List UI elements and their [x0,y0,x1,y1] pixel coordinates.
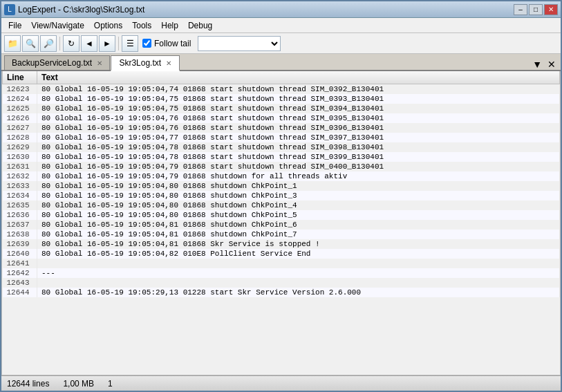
follow-tail-checkbox[interactable] [142,39,151,48]
tab-menu-button[interactable]: ▼ [530,59,544,70]
table-row: 1262580 Global 16-05-19 19:05:04,75 0186… [3,104,560,113]
cell-text [37,259,560,268]
cell-line: 12626 [3,113,37,123]
table-row: 1264080 Global 16-05-19 19:05:04,82 010E… [3,249,560,259]
menu-bar: File View/Navigate Options Tools Help De… [1,18,561,33]
filter-dropdown[interactable] [198,36,281,51]
table-row: 1263480 Global 16-05-19 19:05:04,80 0186… [3,191,560,200]
table-row: 1262780 Global 16-05-19 19:05:04,76 0186… [3,123,560,133]
table-row: 1263880 Global 16-05-19 19:05:04,81 0186… [3,230,560,239]
table-row: 1263280 Global 16-05-19 19:05:04,79 0186… [3,171,560,181]
tab-controls: ▼ ✕ [530,59,558,70]
cell-text: 80 Global 16-05-19 19:05:04,74 01868 sta… [37,84,560,95]
tab-backup-service[interactable]: BackupServiceLog.txt ✕ [4,55,110,70]
cell-line: 12632 [3,171,37,181]
bookmark-button[interactable]: ☰ [122,35,138,52]
col-header-line: Line [3,71,37,84]
menu-tools[interactable]: Tools [128,19,156,32]
cell-line: 12643 [3,278,37,288]
table-row: 1262480 Global 16-05-19 19:05:04,75 0186… [3,94,560,104]
window-title: LogExpert - C:\skr3log\Skr3Log.txt [18,5,144,15]
refresh-button[interactable]: ↻ [63,35,79,52]
cell-line: 12627 [3,123,37,133]
cell-text: 80 Global 16-05-19 19:05:04,76 01868 sta… [37,113,560,123]
cell-text: 80 Global 16-05-19 19:05:04,78 01868 sta… [37,142,560,152]
table-row: 1263680 Global 16-05-19 19:05:04,80 0186… [3,210,560,220]
table-row: 1263980 Global 16-05-19 19:05:04,81 0186… [3,239,560,249]
toolbar-separator-2 [118,37,119,50]
log-table-container[interactable]: Line Text 1262380 Global 16-05-19 19:05:… [1,71,561,375]
cell-line: 12623 [3,84,37,95]
table-row: 1262380 Global 16-05-19 19:05:04,74 0186… [3,84,560,95]
cell-line: 12637 [3,220,37,230]
table-row: 1262880 Global 16-05-19 19:05:04,77 0186… [3,133,560,142]
table-row: 12642--- [3,268,560,278]
tab-bar: BackupServiceLog.txt ✕ Skr3Log.txt ✕ ▼ ✕ [1,54,561,71]
col-header-text: Text [37,71,560,84]
table-row: 12641 [3,259,560,268]
cell-text: 80 Global 16-05-19 19:05:04,80 01868 shu… [37,200,560,210]
status-size: 1,00 MB [63,379,94,389]
cell-text [37,278,560,288]
table-row: 1263180 Global 16-05-19 19:05:04,79 0186… [3,162,560,171]
cell-text: 80 Global 16-05-19 19:05:04,81 01868 Skr… [37,239,560,249]
menu-options[interactable]: Options [90,19,127,32]
tabs-container: BackupServiceLog.txt ✕ Skr3Log.txt ✕ [4,55,180,70]
cell-line: 12641 [3,259,37,268]
tab-close-backup[interactable]: ✕ [97,59,102,67]
search-button[interactable]: 🔍 [22,35,39,52]
table-row: 1262980 Global 16-05-19 19:05:04,78 0186… [3,142,560,152]
cell-text: 80 Global 16-05-19 19:05:04,80 01868 shu… [37,210,560,220]
cell-line: 12624 [3,94,37,104]
search2-button[interactable]: 🔎 [40,35,57,52]
cell-line: 12644 [3,288,37,297]
cell-text: 80 Global 16-05-19 19:05:04,80 01868 shu… [37,181,560,191]
forward-button[interactable]: ► [99,35,115,52]
tab-label-skr3: Skr3Log.txt [119,58,161,68]
cell-line: 12631 [3,162,37,171]
status-bar: 12644 lines 1,00 MB 1 [1,375,561,391]
cell-text: 80 Global 16-05-19 19:05:04,82 010E8 Pol… [37,249,560,259]
menu-debug[interactable]: Debug [184,19,216,32]
status-page: 1 [108,379,113,389]
status-lines: 12644 lines [7,379,49,389]
follow-tail-label[interactable]: Follow tail [154,39,191,48]
follow-tail-container: Follow tail [142,39,191,48]
toolbar-separator-1 [59,37,60,50]
cell-text: 80 Global 16-05-19 19:05:04,77 01868 sta… [37,133,560,142]
title-bar: L LogExpert - C:\skr3log\Skr3Log.txt – □… [1,1,561,18]
minimize-button[interactable]: – [514,4,527,15]
cell-line: 12635 [3,200,37,210]
cell-line: 12634 [3,191,37,200]
cell-text: 80 Global 16-05-19 19:05:04,76 01868 sta… [37,123,560,133]
log-table-body: 1262380 Global 16-05-19 19:05:04,74 0186… [3,84,560,298]
cell-text: 80 Global 16-05-19 19:05:29,13 01228 sta… [37,288,560,297]
cell-text: 80 Global 16-05-19 19:05:04,80 01868 shu… [37,191,560,200]
menu-file[interactable]: File [4,19,26,32]
toolbar: 📁 🔍 🔎 ↻ ◄ ► ☰ Follow tail [1,33,561,54]
cell-line: 12633 [3,181,37,191]
maximize-button[interactable]: □ [529,4,543,15]
cell-text: 80 Global 16-05-19 19:05:04,75 01868 sta… [37,104,560,113]
tab-close-all-button[interactable]: ✕ [545,59,558,70]
open-button[interactable]: 📁 [4,35,21,52]
tab-close-skr3[interactable]: ✕ [166,59,171,67]
close-button[interactable]: ✕ [544,4,558,15]
cell-line: 12629 [3,142,37,152]
app-icon: L [4,4,15,15]
back-button[interactable]: ◄ [81,35,97,52]
table-row: 1263080 Global 16-05-19 19:05:04,78 0186… [3,152,560,162]
title-bar-left: L LogExpert - C:\skr3log\Skr3Log.txt [4,4,144,15]
menu-help[interactable]: Help [157,19,182,32]
tab-skr3log[interactable]: Skr3Log.txt ✕ [111,55,180,71]
title-controls: – □ ✕ [514,4,558,15]
menu-view-navigate[interactable]: View/Navigate [27,19,88,32]
cell-text: --- [37,268,560,278]
cell-line: 12630 [3,152,37,162]
table-row: 1264480 Global 16-05-19 19:05:29,13 0122… [3,288,560,297]
table-row: 1263580 Global 16-05-19 19:05:04,80 0186… [3,200,560,210]
cell-line: 12638 [3,230,37,239]
table-row: 12643 [3,278,560,288]
cell-line: 12625 [3,104,37,113]
table-row: 1263380 Global 16-05-19 19:05:04,80 0186… [3,181,560,191]
